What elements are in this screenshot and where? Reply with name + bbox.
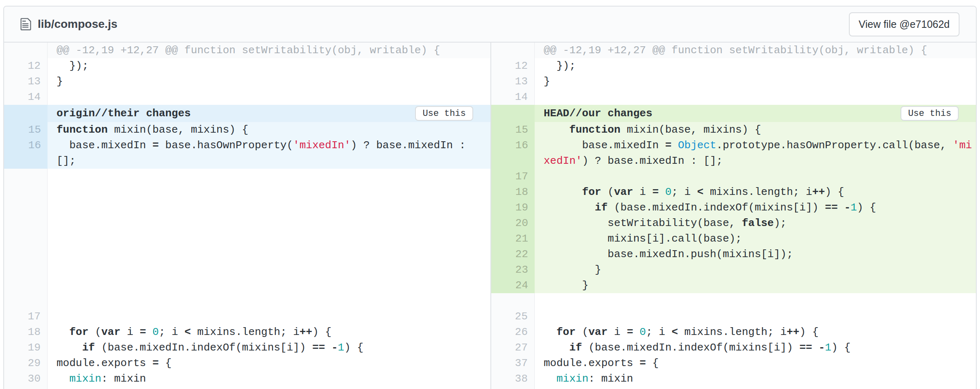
code-row: 14 bbox=[4, 89, 490, 105]
line-number: 27 bbox=[491, 340, 535, 355]
code-line: function mixin(base, mixins) { bbox=[48, 122, 490, 138]
code-row: 12 }); bbox=[491, 58, 976, 74]
line-number: 37 bbox=[491, 355, 535, 371]
filler-code bbox=[48, 169, 490, 309]
code-row: 23 } bbox=[491, 262, 976, 278]
code-line: if (base.mixedIn.indexOf(mixins[i]) == -… bbox=[535, 200, 976, 215]
code-line: for (var i = 0; i < mixins.length; i++) … bbox=[535, 324, 976, 340]
code-row: 16 base.mixedIn = Object.prototype.hasOw… bbox=[491, 138, 976, 169]
line-number: 38 bbox=[491, 371, 535, 387]
diff-panel-left: @@ -12,19 +12,27 @@ function setWritabil… bbox=[4, 43, 490, 389]
conflict-label: origin//their changes bbox=[57, 106, 191, 121]
code-line: module.exports = { bbox=[48, 355, 490, 371]
split-diff: @@ -12,19 +12,27 @@ function setWritabil… bbox=[4, 43, 976, 389]
code-line: if (base.mixedIn.indexOf(mixins[i]) == -… bbox=[535, 340, 976, 355]
line-number: 19 bbox=[491, 200, 535, 215]
code-row: 17 bbox=[491, 169, 976, 184]
line-number: 18 bbox=[4, 324, 48, 340]
code-line: }); bbox=[535, 58, 976, 74]
code-line bbox=[535, 169, 976, 184]
conflict-block-blue: origin//their changesUse this15function … bbox=[4, 105, 490, 169]
code-row: 27 if (base.mixedIn.indexOf(mixins[i]) =… bbox=[491, 340, 976, 355]
conflict-header-content: HEAD//our changesUse this bbox=[535, 105, 976, 122]
code-line: @@ -12,19 +12,27 @@ function setWritabil… bbox=[48, 43, 490, 58]
line-number: 19 bbox=[4, 340, 48, 355]
line-number: 12 bbox=[4, 58, 48, 74]
code-line: } bbox=[535, 278, 976, 293]
conflict-block-green: HEAD//our changesUse this15 function mix… bbox=[491, 105, 976, 293]
code-line bbox=[535, 89, 976, 105]
code-row: 31}; bbox=[4, 387, 490, 389]
code-line: for (var i = 0; i < mixins.length; i++) … bbox=[48, 324, 490, 340]
file-text-icon bbox=[20, 17, 31, 31]
code-line: @@ -12,19 +12,27 @@ function setWritabil… bbox=[535, 43, 976, 58]
code-row: 37module.exports = { bbox=[491, 355, 976, 371]
line-number: 17 bbox=[491, 169, 535, 184]
line-number: 30 bbox=[4, 371, 48, 387]
code-line bbox=[48, 89, 490, 105]
code-line: } bbox=[535, 262, 976, 278]
code-row: 29module.exports = { bbox=[4, 355, 490, 371]
code-line: } bbox=[48, 74, 490, 89]
code-row: 25 bbox=[491, 309, 976, 324]
code-row: 18 for (var i = 0; i < mixins.length; i+… bbox=[491, 184, 976, 200]
use-this-button[interactable]: Use this bbox=[415, 106, 473, 121]
file-title: lib/compose.js bbox=[20, 17, 118, 31]
code-line: mixin: mixin bbox=[48, 371, 490, 387]
code-line: base.mixedIn = Object.prototype.hasOwnPr… bbox=[535, 138, 976, 169]
line-number: 39 bbox=[491, 387, 535, 389]
line-number: 15 bbox=[491, 122, 535, 138]
code-line: module.exports = { bbox=[535, 355, 976, 371]
diff-panel-right: @@ -12,19 +12,27 @@ function setWritabil… bbox=[490, 43, 976, 389]
line-number: 24 bbox=[491, 278, 535, 293]
line-number bbox=[4, 43, 48, 58]
code-line: }); bbox=[48, 58, 490, 74]
code-line: function mixin(base, mixins) { bbox=[535, 122, 976, 138]
code-row: 13} bbox=[491, 74, 976, 89]
hunk-header-row: @@ -12,19 +12,27 @@ function setWritabil… bbox=[491, 43, 976, 58]
conflict-header: HEAD//our changesUse this bbox=[491, 105, 976, 122]
filler-gutter bbox=[4, 169, 48, 309]
code-row: 19 if (base.mixedIn.indexOf(mixins[i]) =… bbox=[4, 340, 490, 355]
filler-code bbox=[535, 293, 976, 309]
code-row: 18 for (var i = 0; i < mixins.length; i+… bbox=[4, 324, 490, 340]
code-line: }; bbox=[535, 387, 976, 389]
file-header: lib/compose.js View file @e71062d bbox=[4, 7, 976, 43]
code-row: 15 function mixin(base, mixins) { bbox=[491, 122, 976, 138]
line-number: 14 bbox=[4, 89, 48, 105]
line-number: 23 bbox=[491, 262, 535, 278]
code-line bbox=[48, 309, 490, 324]
line-number bbox=[491, 43, 535, 58]
code-line: mixin: mixin bbox=[535, 371, 976, 387]
conflict-header-gutter bbox=[4, 105, 48, 122]
conflict-header-content: origin//their changesUse this bbox=[48, 105, 490, 122]
filler-gutter bbox=[491, 293, 535, 309]
line-number: 14 bbox=[491, 89, 535, 105]
code-row: 24 } bbox=[491, 278, 976, 293]
use-this-button[interactable]: Use this bbox=[901, 106, 959, 121]
code-line bbox=[535, 309, 976, 324]
code-row: 26 for (var i = 0; i < mixins.length; i+… bbox=[491, 324, 976, 340]
code-row: 13} bbox=[4, 74, 490, 89]
empty-filler bbox=[4, 169, 490, 309]
line-number: 13 bbox=[491, 74, 535, 89]
line-number: 17 bbox=[4, 309, 48, 324]
line-number: 21 bbox=[491, 231, 535, 247]
code-row: 16 base.mixedIn = base.hasOwnProperty('m… bbox=[4, 138, 490, 169]
code-line: mixins[i].call(base); bbox=[535, 231, 976, 247]
line-number: 22 bbox=[491, 247, 535, 262]
code-row: 19 if (base.mixedIn.indexOf(mixins[i]) =… bbox=[491, 200, 976, 215]
hunk-header-row: @@ -12,19 +12,27 @@ function setWritabil… bbox=[4, 43, 490, 58]
line-number: 12 bbox=[491, 58, 535, 74]
code-row: 22 base.mixedIn.push(mixins[i]); bbox=[491, 247, 976, 262]
code-line: } bbox=[535, 74, 976, 89]
conflict-header-gutter bbox=[491, 105, 535, 122]
empty-filler bbox=[491, 293, 976, 309]
line-number: 15 bbox=[4, 122, 48, 138]
view-file-button[interactable]: View file @e71062d bbox=[849, 12, 960, 36]
line-number: 26 bbox=[491, 324, 535, 340]
code-line: base.mixedIn.push(mixins[i]); bbox=[535, 247, 976, 262]
conflict-header: origin//their changesUse this bbox=[4, 105, 490, 122]
code-row: 30 mixin: mixin bbox=[4, 371, 490, 387]
conflict-label: HEAD//our changes bbox=[544, 106, 652, 121]
